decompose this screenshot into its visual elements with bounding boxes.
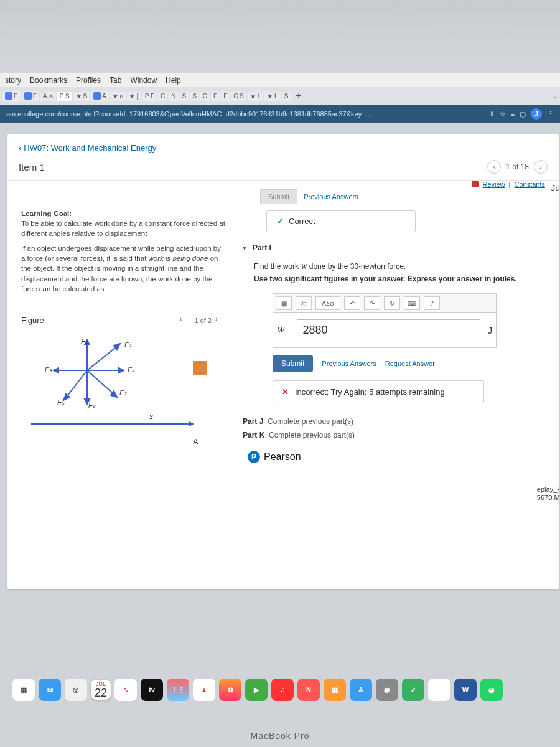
browser-tab[interactable]: P F: [142, 92, 157, 101]
answer-toolbar: ▦ √□ ΑΣφ ↶ ↷ ↻ ⌨ ?: [273, 293, 497, 313]
browser-tab[interactable]: A ✕: [40, 92, 56, 101]
correct-label: Correct: [289, 217, 315, 226]
dock-news-icon[interactable]: N: [297, 679, 320, 701]
figure-label: Figure: [21, 316, 44, 325]
correct-feedback-box: ✓ Correct: [266, 210, 416, 232]
browser-address-bar[interactable]: am.ecollege.com/course.html?courseId=179…: [0, 105, 560, 123]
dock-app-icon[interactable]: ⋮⋮: [167, 679, 189, 701]
next-figure-button[interactable]: ›: [215, 315, 226, 326]
force-label: F₅: [57, 398, 64, 406]
force-label: F₆: [88, 402, 95, 410]
reset-icon[interactable]: ↻: [384, 296, 400, 310]
profile-badge[interactable]: J: [531, 108, 542, 120]
dock-mail-icon[interactable]: ✉: [39, 679, 61, 701]
svg-line-2: [87, 345, 118, 370]
dock-appstore-icon[interactable]: ▲: [193, 679, 215, 701]
review-link[interactable]: Review: [483, 181, 505, 188]
undo-icon[interactable]: ↶: [344, 296, 360, 310]
dock-calendar-icon[interactable]: JUL 22: [91, 680, 111, 700]
dock-freeform-icon[interactable]: ∿: [114, 679, 137, 701]
templates-icon[interactable]: ▦: [276, 296, 292, 310]
pearson-brand: P Pearson: [248, 451, 553, 463]
tab-overflow-icon[interactable]: ⌄: [553, 93, 558, 100]
dock-launchpad-icon[interactable]: ▦: [12, 679, 35, 701]
browser-tab[interactable]: A: [91, 91, 109, 101]
review-constants-links: Review | Constants: [472, 181, 545, 188]
dock-appstore2-icon[interactable]: A: [350, 679, 372, 701]
caret-down-icon: ▼: [241, 245, 248, 251]
greek-symbols-button[interactable]: ΑΣφ: [315, 296, 340, 310]
browser-tab[interactable]: P S: [57, 92, 72, 101]
browser-tab[interactable]: ★ S: [73, 92, 90, 101]
submit-button[interactable]: Submit: [273, 355, 313, 372]
browser-tab[interactable]: C S: [231, 92, 246, 101]
browser-tab[interactable]: E: [2, 91, 21, 101]
browser-tab[interactable]: C: [158, 92, 167, 101]
reader-icon[interactable]: ≡: [511, 110, 515, 118]
mac-dock[interactable]: ▦ ✉ ◎ JUL 22 ∿ tv ⋮⋮ ▲ ✿ ▶ ♫ N ▥ A ◉ ✓ ◯…: [12, 675, 560, 705]
incorrect-text: Incorrect; Try Again; 5 attempts remaini…: [295, 387, 445, 397]
extension-icon[interactable]: ▢: [520, 110, 526, 118]
browser-tab[interactable]: F: [211, 92, 220, 101]
browser-tab[interactable]: ★ L: [248, 92, 263, 101]
help-icon[interactable]: ?: [424, 296, 440, 310]
menu-item[interactable]: Profiles: [76, 76, 101, 85]
dock-music-icon[interactable]: ♫: [271, 679, 294, 701]
browser-tab[interactable]: N: [169, 92, 178, 101]
point-a-label: A: [193, 437, 198, 446]
dock-chrome-icon[interactable]: ◯: [428, 679, 450, 701]
menu-item[interactable]: Help: [166, 76, 181, 85]
prev-item-button[interactable]: ‹: [487, 160, 501, 174]
menu-item[interactable]: story: [5, 76, 21, 85]
part-k-row: Part K Complete previous part(s): [243, 431, 553, 439]
new-tab-button[interactable]: +: [292, 90, 305, 101]
figure-counter: 1 of 2: [194, 317, 212, 324]
unit-label: J: [488, 326, 492, 336]
browser-tab[interactable]: S: [190, 92, 199, 101]
menu-item[interactable]: Tab: [110, 76, 121, 85]
previous-answers-link[interactable]: Previous Answers: [304, 193, 358, 200]
part-header[interactable]: ▼ Part I: [241, 243, 553, 252]
constants-link[interactable]: Constants: [514, 181, 545, 188]
part-j-row: Part J Complete previous part(s): [243, 417, 553, 426]
menu-item[interactable]: Window: [130, 76, 157, 85]
dock-whatsapp-icon[interactable]: ◕: [480, 679, 503, 701]
dock-books-icon[interactable]: ▥: [324, 679, 346, 701]
prev-figure-button[interactable]: ‹: [179, 315, 190, 326]
dock-tv-icon[interactable]: tv: [141, 679, 163, 701]
kebab-icon[interactable]: ⋮: [547, 110, 554, 118]
redo-icon[interactable]: ↷: [364, 296, 380, 310]
browser-tab[interactable]: F: [221, 92, 230, 101]
browser-tab[interactable]: ★ [: [127, 92, 141, 101]
item-title: Item 1: [19, 162, 45, 172]
browser-tab[interactable]: S: [282, 92, 291, 101]
browser-tab-strip[interactable]: E F A ✕ P S ★ S A ★ n ★ [ P F C N S S C …: [0, 87, 560, 105]
previous-answers-link[interactable]: Previous Answers: [322, 360, 376, 367]
browser-tab[interactable]: ★ L: [264, 92, 280, 101]
dock-facetime-icon[interactable]: ▶: [245, 679, 268, 701]
browser-tab[interactable]: C: [200, 92, 210, 101]
page-counter: 1 of 18: [506, 162, 529, 171]
dock-app-icon[interactable]: ✓: [402, 679, 424, 701]
breadcrumb[interactable]: HW07: Work and Mechanical Energy: [7, 134, 559, 156]
dock-safari-icon[interactable]: ◎: [65, 679, 87, 701]
share-icon[interactable]: ⇧: [489, 110, 495, 118]
menu-item[interactable]: Bookmarks: [30, 76, 67, 85]
displacement-axis: [31, 423, 193, 425]
mac-menu-bar[interactable]: story Bookmarks Profiles Tab Window Help: [0, 73, 560, 87]
browser-tab[interactable]: ★ n: [110, 92, 126, 101]
star-icon[interactable]: ☆: [500, 110, 506, 118]
next-item-button[interactable]: ›: [534, 160, 548, 174]
assignment-page: HW07: Work and Mechanical Energy Item 1 …: [7, 134, 559, 589]
flag-icon[interactable]: [472, 181, 479, 187]
dock-settings-icon[interactable]: ◉: [376, 679, 398, 701]
keyboard-icon[interactable]: ⌨: [404, 296, 420, 310]
browser-tab[interactable]: F: [22, 91, 39, 101]
dock-word-icon[interactable]: W: [454, 679, 477, 701]
request-answer-link[interactable]: Request Answer: [385, 360, 435, 367]
sqrt-icon[interactable]: √□: [296, 296, 312, 310]
browser-tab[interactable]: S: [180, 92, 189, 101]
dock-photos-icon[interactable]: ✿: [219, 679, 241, 701]
learning-goal-label: Learning Goal:: [21, 210, 72, 217]
answer-input[interactable]: [297, 319, 480, 341]
